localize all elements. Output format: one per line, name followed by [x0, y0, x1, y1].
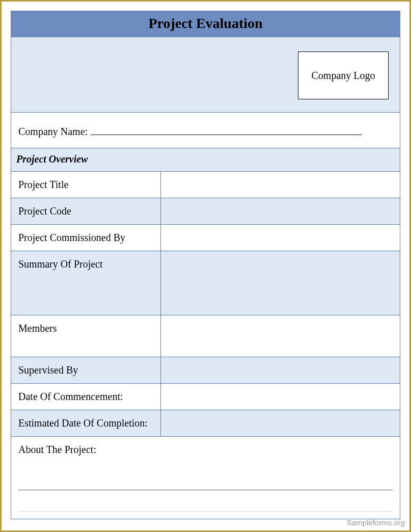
label-project-title: Project Title	[11, 172, 161, 198]
value-project-title[interactable]	[161, 172, 400, 198]
row-project-code: Project Code	[11, 198, 400, 225]
company-name-row: Company Name:	[11, 113, 400, 148]
label-date-commencement: Date Of Commencement:	[11, 384, 161, 410]
company-logo-label: Company Logo	[312, 70, 375, 82]
row-supervised-by: Supervised By	[11, 357, 400, 384]
label-members: Members	[11, 315, 161, 357]
row-date-completion: Estimated Date Of Completion:	[11, 410, 400, 437]
section-project-overview: Project Overview	[11, 148, 400, 172]
company-name-input-line[interactable]	[91, 124, 362, 135]
about-section: About The Project:	[11, 437, 400, 519]
about-input-line-1[interactable]	[18, 476, 393, 490]
value-project-code[interactable]	[161, 198, 400, 224]
value-date-completion[interactable]	[161, 410, 400, 436]
label-supervised-by: Supervised By	[11, 357, 161, 383]
form-title: Project Evaluation	[11, 11, 400, 37]
row-members: Members	[11, 315, 400, 357]
label-project-code: Project Code	[11, 198, 161, 224]
about-label: About The Project:	[18, 444, 393, 456]
row-commissioned-by: Project Commissioned By	[11, 225, 400, 251]
label-summary: Summary Of Project	[11, 251, 161, 315]
value-commissioned-by[interactable]	[161, 225, 400, 251]
row-summary: Summary Of Project	[11, 251, 400, 315]
about-input-line-2[interactable]	[18, 497, 393, 512]
form-container: Project Evaluation Company Logo Company …	[11, 11, 400, 519]
value-date-commencement[interactable]	[161, 384, 400, 410]
value-members[interactable]	[161, 315, 400, 357]
company-name-label: Company Name:	[18, 126, 88, 138]
label-commissioned-by: Project Commissioned By	[11, 225, 161, 251]
row-date-commencement: Date Of Commencement:	[11, 384, 400, 410]
label-date-completion: Estimated Date Of Completion:	[11, 410, 161, 436]
company-logo-placeholder: Company Logo	[298, 51, 389, 99]
logo-section: Company Logo	[11, 37, 400, 113]
value-summary[interactable]	[161, 251, 400, 315]
watermark: Sampleforms.org	[347, 518, 405, 527]
row-project-title: Project Title	[11, 172, 400, 198]
page-frame: Project Evaluation Company Logo Company …	[0, 0, 411, 532]
value-supervised-by[interactable]	[161, 357, 400, 383]
